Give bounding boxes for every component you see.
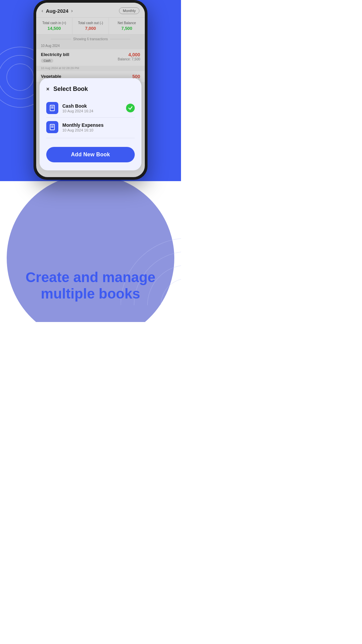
book-icon-cashbook (46, 102, 58, 114)
phone-frame: ‹ Aug-2024 › Monthly Total cash in (+) 1… (34, 0, 147, 180)
modal-overlay: × Select Book Cash Book 10 Aug 2024 16:2 (36, 3, 145, 177)
book-icon-monthly (46, 121, 58, 133)
headline-line1: Create and manage (13, 269, 168, 285)
svg-point-2 (7, 64, 34, 91)
book-item-cashbook[interactable]: Cash Book 10 Aug 2024 16:24 (46, 99, 135, 118)
add-new-book-button[interactable]: Add New Book (46, 147, 135, 162)
modal-divider (46, 138, 135, 138)
modal-header: × Select Book (46, 86, 135, 93)
bottom-headline: Create and manage multiple books (0, 269, 181, 302)
modal-title: Select Book (53, 86, 88, 93)
headline-line2: multiple books (13, 286, 168, 302)
modal-close-button[interactable]: × (46, 87, 49, 92)
book-date-cashbook: 10 Aug 2024 16:24 (62, 109, 122, 113)
phone-screen: ‹ Aug-2024 › Monthly Total cash in (+) 1… (36, 3, 145, 177)
select-book-modal: × Select Book Cash Book 10 Aug 2024 16:2 (40, 78, 141, 170)
book-svg-cashbook (49, 104, 56, 112)
book-info-monthly: Monthly Expenses 10 Aug 2024 16:10 (62, 122, 135, 132)
selected-checkmark (126, 104, 135, 112)
checkmark-icon (128, 106, 133, 110)
book-svg-monthly (49, 123, 56, 131)
book-date-monthly: 10 Aug 2024 16:10 (62, 128, 135, 132)
book-item-monthly[interactable]: Monthly Expenses 10 Aug 2024 16:10 (46, 118, 135, 137)
book-info-cashbook: Cash Book 10 Aug 2024 16:24 (62, 103, 122, 113)
book-name-monthly: Monthly Expenses (62, 122, 135, 128)
book-name-cashbook: Cash Book (62, 103, 122, 109)
